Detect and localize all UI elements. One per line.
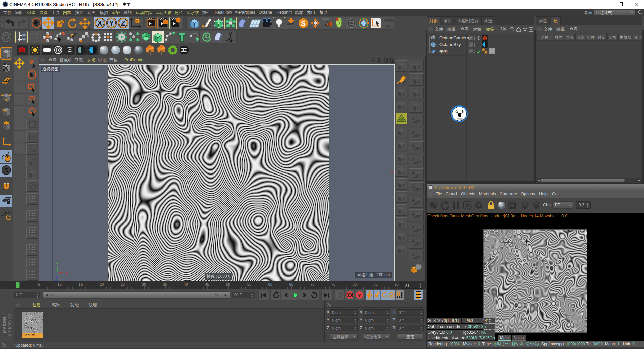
svg-text:S: S	[4, 167, 8, 174]
svg-text:?: ?	[358, 292, 361, 298]
svg-text:X: X	[98, 19, 102, 27]
svg-text:?: ?	[30, 59, 33, 65]
svg-text:P: P	[390, 293, 393, 298]
svg-text:X: X	[66, 271, 68, 275]
svg-text:F: F	[524, 203, 526, 206]
svg-text:PSR: PSR	[384, 18, 393, 23]
svg-text:R: R	[466, 203, 469, 208]
svg-text:Y: Y	[109, 19, 114, 27]
svg-text:0: 0	[387, 23, 390, 29]
svg-text:M: M	[535, 203, 538, 206]
svg-text:Z: Z	[121, 19, 125, 27]
svg-text:Y: Y	[56, 262, 58, 266]
svg-text:IES: IES	[68, 46, 72, 49]
svg-text:S: S	[301, 19, 306, 27]
svg-text:Z: Z	[55, 278, 57, 281]
svg-text:行走者: 行走者	[456, 117, 463, 120]
svg-text:fx: fx	[228, 38, 232, 43]
